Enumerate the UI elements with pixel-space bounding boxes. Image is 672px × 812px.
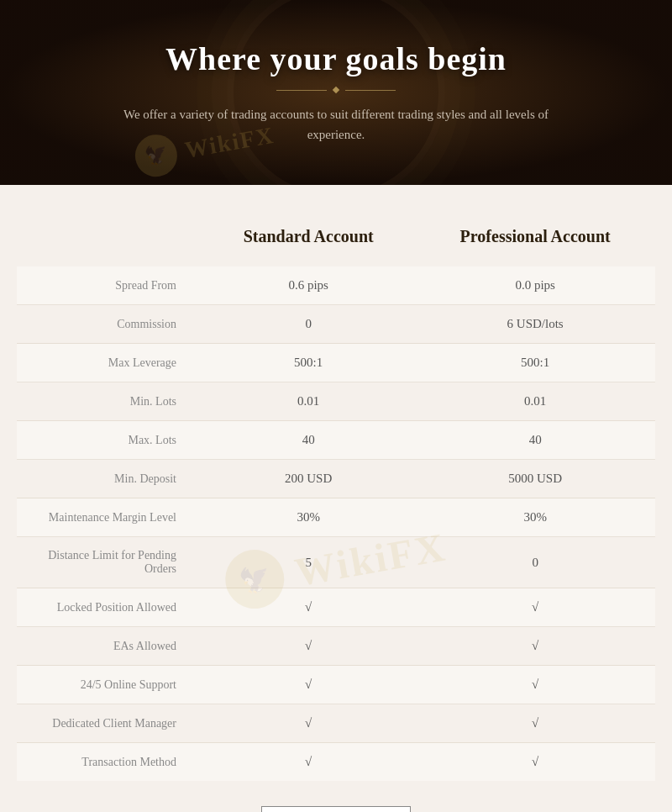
row-label: Spread From [17,266,202,305]
table-row: Max. Lots4040 [17,421,655,460]
row-label: Transaction Method [17,743,202,782]
table-row: Transaction Method√√ [17,743,655,782]
row-professional-value: 30% [415,498,655,537]
row-standard-value: √ [202,743,415,782]
row-professional-value: 500:1 [415,344,655,382]
row-standard-value: √ [202,704,415,743]
row-label: Dedicated Client Manager [17,704,202,743]
row-label: Min. Deposit [17,460,202,498]
table-section: 🦅 WikiFX Standard Account Professional A… [0,185,672,812]
row-standard-value: 200 USD [202,460,415,498]
divider-line-right [345,90,396,91]
row-standard-value: 30% [202,498,415,537]
table-row: EAs Allowed√√ [17,627,655,666]
table-row: Min. Deposit200 USD5000 USD [17,460,655,498]
col-standard-header: Standard Account [202,219,415,266]
table-row: 24/5 Online Support√√ [17,666,655,704]
row-professional-value: 0.0 pips [415,266,655,305]
divider-diamond [333,87,339,93]
row-standard-value: 0.01 [202,382,415,421]
divider-line-left [276,90,327,91]
hero-title: Where your goals begin [109,40,563,77]
table-row: Locked Position Allowed√√ [17,588,655,627]
row-label: 24/5 Online Support [17,666,202,704]
row-standard-value: √ [202,588,415,627]
col-professional-header: Professional Account [415,219,655,266]
row-label: Distance Limit for Pending Orders [17,537,202,588]
hero-subtitle: We offer a variety of trading accounts t… [109,104,563,145]
row-label: Locked Position Allowed [17,588,202,627]
row-professional-value: √ [415,743,655,782]
row-label: EAs Allowed [17,627,202,666]
table-row: Dedicated Client Manager√√ [17,704,655,743]
row-label: Max Leverage [17,344,202,382]
row-label: Max. Lots [17,421,202,460]
hero-content: Where your goals begin We offer a variet… [76,40,596,145]
table-row: Min. Lots0.010.01 [17,382,655,421]
row-standard-value: 40 [202,421,415,460]
row-standard-value: √ [202,666,415,704]
row-professional-value: 0 [415,537,655,588]
table-row: Maintenance Margin Level30%30% [17,498,655,537]
row-standard-value: 500:1 [202,344,415,382]
row-professional-value: √ [415,627,655,666]
col-label-header [17,219,202,266]
row-label: Min. Lots [17,382,202,421]
table-row: Distance Limit for Pending Orders50 [17,537,655,588]
row-professional-value: √ [415,588,655,627]
table-row: Commission06 USD/lots [17,305,655,344]
row-label: Commission [17,305,202,344]
row-label: Maintenance Margin Level [17,498,202,537]
row-standard-value: 5 [202,537,415,588]
row-standard-value: √ [202,627,415,666]
row-standard-value: 0.6 pips [202,266,415,305]
row-standard-value: 0 [202,305,415,344]
row-professional-value: √ [415,704,655,743]
hero-divider [109,87,563,92]
row-professional-value: 5000 USD [415,460,655,498]
row-professional-value: 40 [415,421,655,460]
register-button-wrap: Register Now › [17,806,655,812]
table-header-row: Standard Account Professional Account [17,219,655,266]
hero-section: 🦅 WikiFX Where your goals begin We offer… [0,0,672,185]
row-professional-value: 6 USD/lots [415,305,655,344]
row-professional-value: 0.01 [415,382,655,421]
register-button[interactable]: Register Now › [261,806,412,812]
comparison-table: Standard Account Professional Account Sp… [17,219,655,781]
row-professional-value: √ [415,666,655,704]
table-row: Spread From0.6 pips0.0 pips [17,266,655,305]
table-row: Max Leverage500:1500:1 [17,344,655,382]
